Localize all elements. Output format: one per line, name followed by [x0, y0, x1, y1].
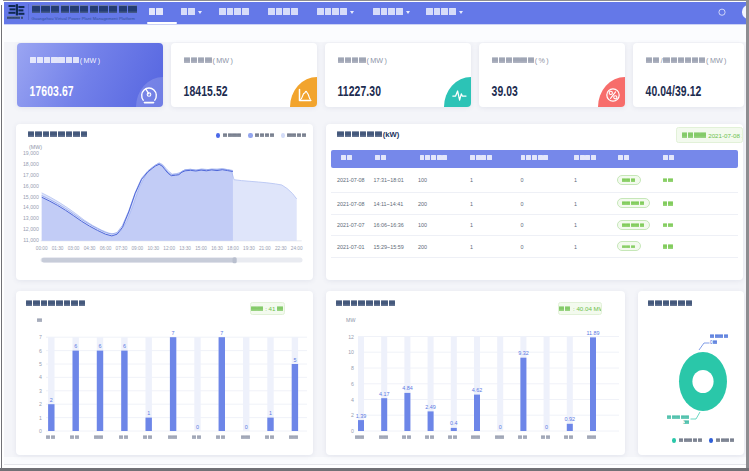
svg-text:13,000: 13,000: [23, 215, 39, 221]
svg-text:04:30: 04:30: [84, 246, 96, 251]
svg-text:4: 4: [351, 397, 354, 403]
svg-text:17,000: 17,000: [23, 172, 39, 178]
svg-text:11,000: 11,000: [23, 237, 39, 243]
svg-text:19,000: 19,000: [23, 150, 39, 156]
svg-text:21:00: 21:00: [259, 246, 271, 251]
svg-text:13:30: 13:30: [179, 246, 191, 251]
svg-text:1: 1: [147, 410, 150, 416]
svg-text:7: 7: [172, 330, 175, 336]
svg-text:6: 6: [74, 343, 77, 349]
svg-text:15:00: 15:00: [195, 246, 207, 251]
svg-text:9.32: 9.32: [518, 350, 529, 356]
svg-text:09:00: 09:00: [131, 246, 143, 251]
svg-text:0: 0: [39, 428, 42, 434]
svg-text:0: 0: [245, 424, 248, 430]
svg-text:6: 6: [99, 343, 102, 349]
svg-text:15,000: 15,000: [23, 194, 39, 200]
svg-text:0: 0: [351, 428, 354, 434]
svg-text:19:30: 19:30: [243, 246, 255, 251]
svg-text:6: 6: [351, 381, 354, 387]
svg-text:10:30: 10:30: [147, 246, 159, 251]
svg-text:12:00: 12:00: [163, 246, 175, 251]
svg-text:2: 2: [50, 397, 53, 403]
svg-text:4.84: 4.84: [402, 385, 413, 391]
svg-text:18:00: 18:00: [227, 246, 239, 251]
svg-text:0: 0: [545, 424, 548, 430]
svg-text:4.62: 4.62: [472, 387, 483, 393]
svg-text:11.89: 11.89: [586, 330, 599, 336]
svg-text:12,000: 12,000: [23, 226, 39, 232]
svg-text:12: 12: [348, 334, 354, 340]
svg-text:6: 6: [39, 348, 42, 354]
svg-text:6: 6: [123, 343, 126, 349]
svg-text:2.49: 2.49: [425, 404, 436, 410]
svg-text:01:30: 01:30: [52, 246, 64, 251]
svg-text:4: 4: [39, 374, 42, 380]
svg-text:7: 7: [220, 330, 223, 336]
svg-text:3: 3: [39, 388, 42, 394]
svg-text:4.17: 4.17: [379, 391, 390, 397]
svg-text:14,000: 14,000: [23, 204, 39, 210]
svg-text:16,000: 16,000: [23, 183, 39, 189]
svg-text:24:00: 24:00: [291, 246, 303, 251]
svg-text:06:00: 06:00: [100, 246, 112, 251]
svg-text:2: 2: [39, 401, 42, 407]
svg-text:22:30: 22:30: [275, 246, 287, 251]
svg-text:5: 5: [293, 357, 296, 363]
svg-text:8: 8: [351, 365, 354, 371]
svg-text:0: 0: [196, 424, 199, 430]
svg-text:10: 10: [348, 349, 354, 355]
svg-text:7: 7: [39, 334, 42, 340]
svg-text:1: 1: [39, 415, 42, 421]
svg-text:0.4: 0.4: [450, 420, 458, 426]
svg-text:0: 0: [499, 424, 502, 430]
svg-text:16:30: 16:30: [211, 246, 223, 251]
svg-text:03:00: 03:00: [68, 246, 80, 251]
svg-text:18,000: 18,000: [23, 161, 39, 167]
svg-text:1.39: 1.39: [356, 413, 367, 419]
svg-text:5: 5: [39, 361, 42, 367]
svg-text:1: 1: [269, 410, 272, 416]
svg-text:07:30: 07:30: [116, 246, 128, 251]
svg-text:0.92: 0.92: [565, 416, 576, 422]
svg-text:00:00: 00:00: [36, 246, 48, 251]
svg-text:2: 2: [351, 412, 354, 418]
